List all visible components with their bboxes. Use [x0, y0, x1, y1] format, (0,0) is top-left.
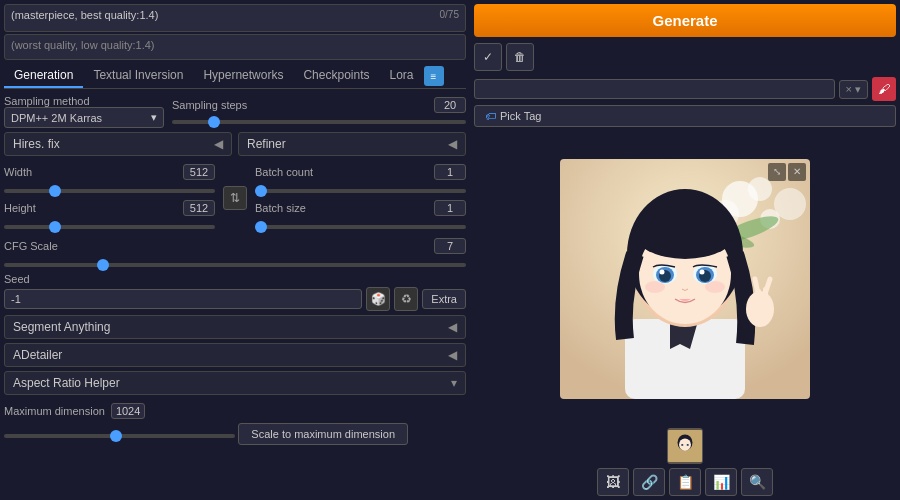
- height-label: Height: [4, 202, 84, 214]
- tab-extra-icon[interactable]: ≡: [424, 66, 444, 86]
- generated-image: ⤡ ✕: [560, 159, 810, 399]
- batch-count-label: Batch count: [255, 166, 335, 178]
- image-controls: ⤡ ✕: [768, 163, 806, 181]
- action-row: ✓ 🗑: [474, 43, 896, 71]
- seed-input[interactable]: [4, 289, 362, 309]
- image-container: ⤡ ✕: [474, 133, 896, 424]
- sampling-method-label: Sampling method: [4, 95, 114, 107]
- tool-copy-btn[interactable]: 📋: [669, 468, 701, 496]
- tool-search-btn[interactable]: 🔍: [741, 468, 773, 496]
- checkmark-btn[interactable]: ✓: [474, 43, 502, 71]
- height-slider[interactable]: [4, 225, 215, 229]
- svg-point-31: [681, 444, 683, 446]
- negative-prompt-text: (worst quality, low quality:1.4): [11, 39, 154, 51]
- positive-prompt-display: (masterpiece, best quality:1.4) 0/75: [4, 4, 466, 32]
- batch-size-slider[interactable]: [255, 225, 466, 229]
- segment-anything-label: Segment Anything: [13, 320, 110, 334]
- tag-input-row: × ▾ 🖌: [474, 77, 896, 101]
- hires-fix-bar[interactable]: Hires. fix ◀: [4, 132, 232, 156]
- tab-checkpoints[interactable]: Checkpoints: [293, 64, 379, 88]
- svg-point-24: [705, 281, 725, 293]
- tabs-row: Generation Textual Inversion Hypernetwor…: [4, 64, 466, 89]
- aspect-ratio-label: Aspect Ratio Helper: [13, 376, 120, 390]
- sampling-steps-label: Sampling steps: [172, 99, 272, 111]
- sampling-method-value: DPM++ 2M Karras: [11, 112, 102, 124]
- batch-count-value: 1: [434, 164, 466, 180]
- svg-point-23: [645, 281, 665, 293]
- pick-tag-icon: 🏷: [485, 110, 496, 122]
- segment-anything-bar[interactable]: Segment Anything ◀: [4, 315, 466, 339]
- cfg-value: 7: [434, 238, 466, 254]
- trash-btn[interactable]: 🗑: [506, 43, 534, 71]
- thumbnail-row: [474, 428, 896, 464]
- tool-image-btn[interactable]: 🖼: [597, 468, 629, 496]
- controls-area: Sampling method DPM++ 2M Karras ▾ Sampli…: [4, 95, 466, 496]
- width-label: Width: [4, 166, 84, 178]
- scale-to-max-btn[interactable]: Scale to maximum dimension: [238, 423, 408, 445]
- thumbnail-1[interactable]: [667, 428, 703, 464]
- negative-prompt-display: (worst quality, low quality:1.4): [4, 34, 466, 60]
- max-dim-value: 1024: [111, 403, 145, 419]
- seed-label: Seed: [4, 273, 466, 285]
- refiner-arrow: ◀: [448, 137, 457, 151]
- svg-point-22: [700, 269, 705, 274]
- tab-hypernetworks[interactable]: Hypernetworks: [193, 64, 293, 88]
- sampling-steps-slider[interactable]: [172, 120, 466, 124]
- refiner-label: Refiner: [247, 137, 286, 151]
- width-slider[interactable]: [4, 189, 215, 193]
- svg-point-5: [774, 188, 806, 220]
- tab-textual-inversion[interactable]: Textual Inversion: [83, 64, 193, 88]
- aspect-ratio-content: Maximum dimension 1024 Scale to maximum …: [4, 399, 466, 449]
- aspect-ratio-arrow: ▾: [451, 376, 457, 390]
- positive-prompt-text: (masterpiece, best quality:1.4): [11, 9, 158, 21]
- batch-size-value: 1: [434, 200, 466, 216]
- hires-arrow: ◀: [214, 137, 223, 151]
- segment-anything-arrow: ◀: [448, 320, 457, 334]
- paint-btn[interactable]: 🖌: [872, 77, 896, 101]
- tool-link-btn[interactable]: 🔗: [633, 468, 665, 496]
- max-dim-label: Maximum dimension: [4, 405, 105, 417]
- svg-point-18: [660, 269, 665, 274]
- pick-tag-btn[interactable]: 🏷 Pick Tag: [474, 105, 896, 127]
- tag-clear-btn[interactable]: × ▾: [839, 80, 868, 99]
- image-close-btn[interactable]: ✕: [788, 163, 806, 181]
- generate-button[interactable]: Generate: [474, 4, 896, 37]
- seed-recycle-btn[interactable]: ♻: [394, 287, 418, 311]
- hires-label: Hires. fix: [13, 137, 60, 151]
- svg-point-32: [687, 444, 689, 446]
- sampling-method-arrow: ▾: [151, 111, 157, 124]
- tab-lora[interactable]: Lora: [380, 64, 424, 88]
- pick-tag-label: Pick Tag: [500, 110, 541, 122]
- batch-size-label: Batch size: [255, 202, 335, 214]
- adetailer-bar[interactable]: ADetailer ◀: [4, 343, 466, 367]
- cfg-slider[interactable]: [4, 263, 466, 267]
- svg-point-30: [679, 438, 691, 451]
- aspect-ratio-bar[interactable]: Aspect Ratio Helper ▾: [4, 371, 466, 395]
- anime-svg: [560, 159, 810, 399]
- tab-generation[interactable]: Generation: [4, 64, 83, 88]
- seed-extra-btn[interactable]: Extra: [422, 289, 466, 309]
- adetailer-arrow: ◀: [448, 348, 457, 362]
- prompt-counter: 0/75: [440, 9, 459, 20]
- seed-dice-btn[interactable]: 🎲: [366, 287, 390, 311]
- width-value: 512: [183, 164, 215, 180]
- sampling-steps-value: 20: [434, 97, 466, 113]
- tag-input[interactable]: [474, 79, 835, 99]
- adetailer-label: ADetailer: [13, 348, 62, 362]
- image-minimize-btn[interactable]: ⤡: [768, 163, 786, 181]
- cfg-label: CFG Scale: [4, 240, 84, 252]
- bottom-tools: 🖼 🔗 📋 📊 🔍: [474, 468, 896, 496]
- tool-chart-btn[interactable]: 📊: [705, 468, 737, 496]
- refiner-bar[interactable]: Refiner ◀: [238, 132, 466, 156]
- height-value: 512: [183, 200, 215, 216]
- max-dim-slider[interactable]: [4, 434, 235, 438]
- batch-count-slider[interactable]: [255, 189, 466, 193]
- sampling-method-select[interactable]: DPM++ 2M Karras ▾: [4, 107, 164, 128]
- swap-dimensions-btn[interactable]: ⇅: [223, 186, 247, 210]
